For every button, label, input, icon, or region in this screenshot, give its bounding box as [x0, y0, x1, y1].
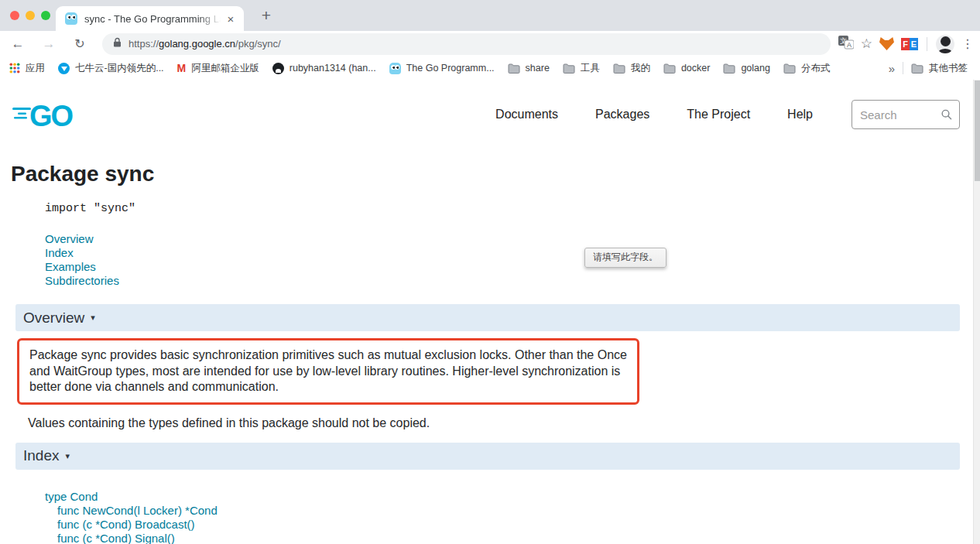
go-gopher-icon: [389, 63, 401, 74]
address-bar[interactable]: https://golang.google.cn/pkg/sync/: [102, 33, 831, 55]
close-window-button[interactable]: [10, 11, 19, 20]
folder-icon: [563, 63, 575, 74]
url-text: https://golang.google.cn/pkg/sync/: [128, 38, 281, 50]
fe-extension-icon[interactable]: FE: [901, 38, 918, 50]
nav-documents[interactable]: Documents: [495, 108, 558, 121]
bookmark-item[interactable]: The Go Programm...: [389, 63, 495, 74]
github-icon: [272, 63, 284, 74]
bookmark-item[interactable]: rubyhan1314 (han...: [272, 63, 376, 74]
svg-text:GO: GO: [29, 100, 73, 132]
chevron-down-icon: ▾: [91, 313, 95, 323]
scrollbar-thumb[interactable]: [975, 80, 980, 181]
import-statement: import "sync": [45, 202, 980, 215]
traffic-lights: [10, 11, 50, 20]
go-logo[interactable]: GO: [11, 97, 82, 132]
back-icon[interactable]: ←: [8, 36, 28, 52]
bookmarks-overflow-icon[interactable]: »: [889, 62, 895, 75]
folder-icon: [723, 63, 735, 74]
apps-button[interactable]: 应用: [9, 62, 45, 75]
url-scheme: https://: [128, 38, 159, 50]
go-gopher-favicon: [65, 12, 77, 25]
bookmark-item[interactable]: M 阿里邮箱企业版: [177, 62, 259, 75]
index-link-signal[interactable]: func (c *Cond) Signal(): [45, 532, 980, 544]
highlighted-paragraph: Package sync provides basic synchronizat…: [17, 338, 639, 405]
qiniu-icon: [58, 63, 70, 74]
metamask-extension-icon[interactable]: [879, 37, 894, 50]
index-link-broadcast[interactable]: func (c *Cond) Broadcast(): [45, 518, 980, 532]
search-icon: [941, 108, 953, 121]
other-bookmarks-folder[interactable]: 其他书签: [911, 62, 968, 75]
main-nav: Documents Packages The Project Help: [495, 108, 813, 121]
toc-overview-link[interactable]: Overview: [45, 232, 980, 246]
url-domain: golang.google.cn: [159, 38, 235, 50]
apps-grid-icon: [9, 63, 20, 74]
chrome-menu-icon[interactable]: ⋮: [961, 36, 972, 51]
svg-text:A: A: [847, 40, 852, 48]
chevron-down-icon: ▾: [65, 451, 70, 461]
toolbar-divider: [927, 37, 927, 51]
overview-heading: Overview: [23, 310, 84, 327]
index-link-type-cond[interactable]: type Cond: [45, 490, 980, 504]
nav-packages[interactable]: Packages: [595, 108, 649, 121]
toc-index-link[interactable]: Index: [45, 246, 980, 260]
nav-the-project[interactable]: The Project: [687, 108, 750, 121]
bookmarks-divider: [903, 62, 903, 74]
overview-section-header[interactable]: Overview ▾: [15, 304, 960, 331]
reload-icon[interactable]: ↻: [70, 36, 90, 51]
site-header: GO Documents Packages The Project Help: [0, 80, 980, 134]
bookmark-folder[interactable]: share: [508, 63, 550, 74]
apps-label: 应用: [26, 62, 45, 75]
mail-m-icon: M: [177, 62, 187, 74]
toc-links: Overview Index Examples Subdirectories: [45, 232, 980, 288]
bookmark-folder[interactable]: 分布式: [783, 62, 831, 75]
validation-tooltip: 请填写此字段。: [584, 248, 666, 268]
bookmark-folder[interactable]: 我的: [613, 62, 650, 75]
fe-letter-f: F: [901, 38, 910, 50]
folder-icon: [911, 63, 923, 74]
fe-letter-e: E: [910, 38, 918, 50]
bookmarks-bar: 应用 七牛云-国内领先的... M 阿里邮箱企业版 rubyhan1314 (h…: [0, 56, 980, 80]
profile-avatar[interactable]: [936, 35, 954, 53]
browser-tab[interactable]: sync - The Go Programming La ×: [56, 6, 244, 31]
page-content: GO Documents Packages The Project Help P…: [0, 80, 980, 544]
folder-icon: [613, 63, 625, 74]
minimize-window-button[interactable]: [26, 11, 35, 20]
bookmark-folder[interactable]: 工具: [563, 62, 600, 75]
folder-icon: [663, 63, 676, 74]
bookmark-folder[interactable]: docker: [663, 63, 711, 74]
index-links: type Cond func NewCond(l Locker) *Cond f…: [45, 490, 980, 544]
title-bar: sync - The Go Programming La × +: [0, 0, 980, 31]
page-scrollbar[interactable]: [973, 80, 980, 544]
toc-examples-link[interactable]: Examples: [45, 260, 980, 274]
tab-title: sync - The Go Programming La: [84, 13, 224, 25]
close-tab-icon[interactable]: ×: [224, 12, 238, 26]
index-heading: Index: [23, 447, 59, 464]
index-section-header[interactable]: Index ▾: [15, 443, 960, 470]
nav-help[interactable]: Help: [787, 108, 813, 121]
browser-toolbar: ← → ↻ https://golang.google.cn/pkg/sync/…: [0, 31, 980, 56]
bookmark-item[interactable]: 七牛云-国内领先的...: [58, 62, 164, 75]
bookmark-folder[interactable]: golang: [723, 63, 770, 74]
forward-icon[interactable]: →: [39, 36, 59, 52]
url-path: /pkg/sync/: [235, 38, 281, 50]
toc-subdirectories-link[interactable]: Subdirectories: [45, 274, 980, 288]
folder-icon: [783, 63, 796, 74]
fullscreen-window-button[interactable]: [41, 11, 50, 20]
new-tab-button[interactable]: +: [255, 5, 277, 27]
search-box[interactable]: [852, 100, 960, 129]
index-link-newcond[interactable]: func NewCond(l Locker) *Cond: [45, 504, 980, 518]
folder-icon: [508, 63, 520, 74]
bookmark-star-icon[interactable]: ☆: [861, 36, 872, 52]
page-title: Package sync: [11, 162, 980, 186]
search-input[interactable]: [860, 108, 941, 121]
lock-icon[interactable]: [113, 37, 122, 51]
translate-icon[interactable]: 文A: [838, 36, 854, 53]
overview-note: Values containing the types defined in t…: [28, 416, 960, 430]
